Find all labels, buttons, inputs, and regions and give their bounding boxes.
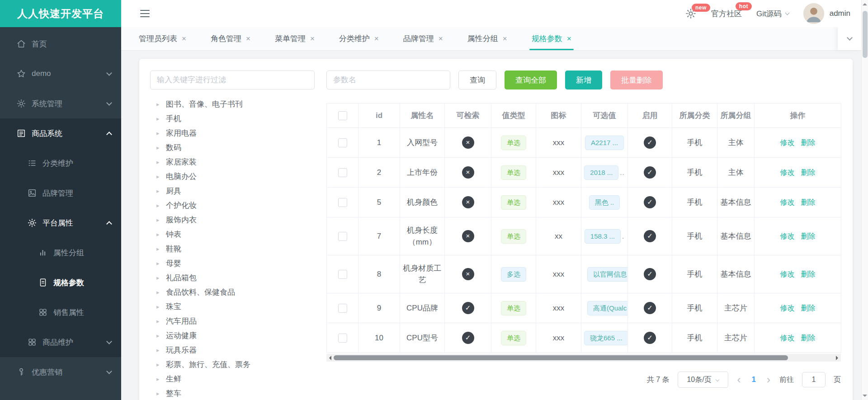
sidebar-item-5[interactable]: 品牌管理 [0, 178, 121, 208]
horizontal-scrollbar-thumb[interactable] [334, 355, 788, 360]
tab-1[interactable]: 角色管理× [198, 27, 263, 50]
delete-link[interactable]: 删除 [801, 334, 816, 342]
expand-arrow-icon[interactable]: ▸ [156, 289, 162, 296]
tree-item[interactable]: ▸家用电器 [150, 126, 315, 140]
row-checkbox[interactable] [338, 304, 347, 313]
delete-link[interactable]: 删除 [801, 169, 816, 176]
scroll-down-arrow-icon[interactable] [863, 395, 867, 397]
community-link[interactable]: 官方社区 hot [711, 9, 742, 19]
tree-item[interactable]: ▸母婴 [150, 256, 315, 270]
sidebar-item-2[interactable]: 系统管理 [0, 89, 121, 118]
next-page-button[interactable]: › [766, 374, 771, 385]
vertical-scrollbar[interactable] [861, 0, 868, 400]
scrollbar-track[interactable] [334, 354, 834, 362]
delete-link[interactable]: 删除 [801, 198, 816, 206]
edit-link[interactable]: 修改 [780, 270, 795, 278]
sidebar-item-7[interactable]: 属性分组 [0, 238, 121, 268]
tree-item[interactable]: ▸彩票、旅行、充值、票务 [150, 357, 315, 372]
expand-arrow-icon[interactable]: ▸ [156, 202, 162, 209]
tab-close-icon[interactable]: × [567, 34, 571, 43]
tree-item[interactable]: ▸手机 [150, 111, 315, 126]
optional-values-tag[interactable]: 以官网信息 [587, 267, 628, 282]
expand-arrow-icon[interactable]: ▸ [156, 159, 162, 165]
row-checkbox[interactable] [338, 270, 347, 279]
sidebar-item-4[interactable]: 分类维护 [0, 148, 121, 178]
tab-0[interactable]: 管理员列表× [127, 27, 198, 50]
tab-5[interactable]: 属性分组× [455, 27, 519, 50]
current-page[interactable]: 1 [750, 375, 758, 384]
scroll-left-arrow-icon[interactable] [326, 354, 334, 362]
edit-link[interactable]: 修改 [780, 334, 795, 342]
expand-arrow-icon[interactable]: ▸ [156, 130, 162, 136]
row-checkbox[interactable] [338, 198, 347, 207]
edit-link[interactable]: 修改 [780, 169, 795, 176]
expand-arrow-icon[interactable]: ▸ [156, 231, 162, 238]
vertical-scrollbar-thumb[interactable] [863, 11, 868, 58]
tree-item[interactable]: ▸礼品箱包 [150, 270, 315, 285]
edit-link[interactable]: 修改 [780, 198, 795, 206]
goto-page-input[interactable] [802, 372, 826, 387]
user-avatar[interactable] [803, 3, 824, 24]
expand-arrow-icon[interactable]: ▸ [156, 303, 162, 310]
edit-link[interactable]: 修改 [780, 232, 795, 240]
tree-item[interactable]: ▸食品饮料、保健食品 [150, 285, 315, 299]
batch-delete-button[interactable]: 批量删除 [610, 71, 663, 89]
sidebar-item-1[interactable]: demo [0, 59, 121, 89]
expand-arrow-icon[interactable]: ▸ [156, 347, 162, 353]
expand-arrow-icon[interactable]: ▸ [156, 332, 162, 339]
settings-gear-icon[interactable]: new [685, 8, 697, 19]
query-all-button[interactable]: 查询全部 [505, 71, 557, 89]
expand-arrow-icon[interactable]: ▸ [156, 188, 162, 194]
sidebar-item-9[interactable]: 销售属性 [0, 297, 121, 327]
sidebar-item-11[interactable]: 优惠营销 [0, 357, 121, 387]
tree-item[interactable]: ▸服饰内衣 [150, 212, 315, 227]
expand-arrow-icon[interactable]: ▸ [156, 318, 162, 325]
expand-arrow-icon[interactable]: ▸ [156, 390, 162, 397]
scroll-right-arrow-icon[interactable] [834, 354, 841, 362]
delete-link[interactable]: 删除 [801, 304, 816, 312]
sidebar-item-3[interactable]: 商品系统 [0, 118, 121, 148]
tree-item[interactable]: ▸图书、音像、电子书刊 [150, 97, 315, 111]
expand-arrow-icon[interactable]: ▸ [156, 115, 162, 122]
tab-close-icon[interactable]: × [246, 34, 250, 43]
tree-item[interactable]: ▸生鲜 [150, 372, 315, 386]
tree-item[interactable]: ▸珠宝 [150, 299, 315, 314]
query-button[interactable]: 查询 [458, 71, 496, 89]
tree-item[interactable]: ▸鞋靴 [150, 241, 315, 256]
sidebar-item-8[interactable]: 规格参数 [0, 268, 121, 297]
delete-link[interactable]: 删除 [801, 270, 816, 278]
expand-arrow-icon[interactable]: ▸ [156, 144, 162, 151]
optional-values-tag[interactable]: 158.3 ... [585, 229, 621, 244]
param-name-input[interactable] [326, 71, 450, 89]
tree-item[interactable]: ▸厨具 [150, 184, 315, 198]
edit-link[interactable]: 修改 [780, 304, 795, 312]
expand-arrow-icon[interactable]: ▸ [156, 216, 162, 223]
row-checkbox[interactable] [338, 168, 347, 177]
tree-item[interactable]: ▸电脑办公 [150, 169, 315, 184]
page-size-select[interactable]: 10条/页 [678, 372, 728, 388]
add-button[interactable]: 新增 [565, 71, 602, 89]
row-checkbox[interactable] [338, 334, 347, 343]
tree-item[interactable]: ▸家居家装 [150, 155, 315, 169]
tree-item[interactable]: ▸汽车用品 [150, 314, 315, 328]
tab-3[interactable]: 分类维护× [327, 27, 391, 50]
git-source-link[interactable]: Git源码 [756, 9, 789, 19]
tab-close-icon[interactable]: × [374, 34, 379, 43]
tree-item[interactable]: ▸整车 [150, 386, 315, 400]
tree-item[interactable]: ▸运动健康 [150, 328, 315, 343]
expand-arrow-icon[interactable]: ▸ [156, 260, 162, 267]
tab-2[interactable]: 菜单管理× [263, 27, 327, 50]
select-all-checkbox[interactable] [338, 111, 347, 120]
prev-page-button[interactable]: ‹ [736, 374, 742, 385]
tab-4[interactable]: 品牌管理× [391, 27, 455, 50]
expand-arrow-icon[interactable]: ▸ [156, 361, 162, 368]
user-menu[interactable]: admin [803, 3, 850, 24]
sidebar-item-0[interactable]: 首页 [0, 29, 121, 59]
tree-item[interactable]: ▸数码 [150, 140, 315, 155]
expand-arrow-icon[interactable]: ▸ [156, 101, 162, 108]
expand-arrow-icon[interactable]: ▸ [156, 173, 162, 180]
hamburger-menu-icon[interactable] [138, 8, 151, 19]
expand-arrow-icon[interactable]: ▸ [156, 376, 162, 382]
edit-link[interactable]: 修改 [780, 139, 795, 146]
optional-values-tag[interactable]: 高通(Qualc [587, 301, 628, 315]
